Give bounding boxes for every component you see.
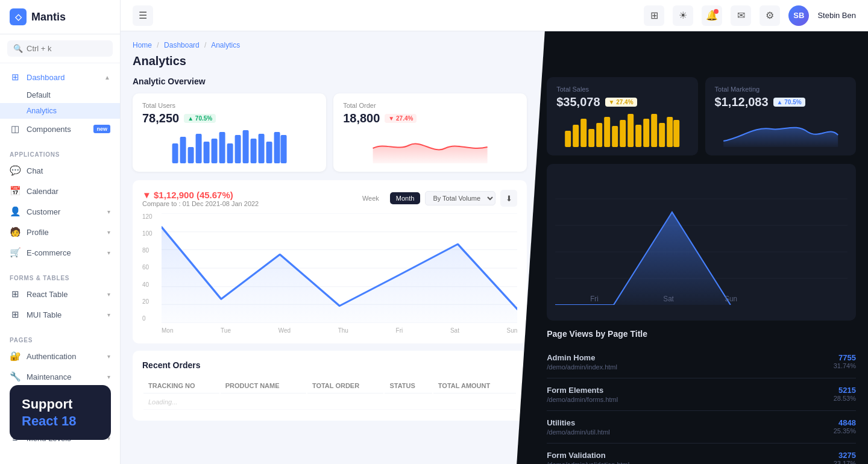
orders-col-tracking: TRACKING NO — [143, 378, 219, 393]
page-view-item-1: Form Elements /demo/admin/forms.html 521… — [547, 378, 856, 411]
search-input[interactable] — [27, 44, 107, 53]
y-label-0: 0 — [142, 315, 159, 322]
apps-button[interactable]: ⊞ — [644, 5, 664, 26]
menu-toggle-button[interactable]: ☰ — [133, 5, 153, 26]
pv-info-1: Form Elements /demo/admin/forms.html — [547, 386, 618, 403]
month-button[interactable]: Month — [390, 192, 421, 204]
stat-label-order: Total Order — [343, 102, 517, 109]
pv-title-2: Utilities — [547, 418, 610, 427]
dashboard-icon: ⊞ — [10, 72, 20, 83]
svg-rect-6 — [219, 132, 225, 163]
y-label-60: 60 — [142, 264, 159, 271]
notifications-button[interactable]: 🔔 — [702, 5, 722, 26]
stat-value-row-marketing: $1,12,083 ▲ 70.5% — [715, 95, 846, 109]
nav-forms-section: Forms & Tables ⊞ React Table ▾ ⊞ MUI Tab… — [0, 266, 120, 328]
theme-icon: ☀ — [679, 10, 687, 21]
settings-icon: ⚙ — [766, 10, 774, 21]
x-label-fri: Fri — [396, 327, 403, 334]
y-label-40: 40 — [142, 281, 159, 288]
pv-url-1: /demo/admin/forms.html — [547, 396, 618, 403]
svg-text:Sat: Sat — [664, 295, 675, 304]
chevron-up-icon: ▲ — [104, 74, 110, 81]
y-label-20: 20 — [142, 298, 159, 305]
avatar[interactable]: SB — [788, 5, 809, 26]
messages-button[interactable]: ✉ — [731, 5, 751, 26]
logo-icon: ◇ — [10, 8, 27, 25]
stat-badge-marketing: ▲ 70.5% — [773, 98, 805, 107]
breadcrumb-sep1: / — [157, 41, 159, 49]
pv-title-3: Form Validation — [547, 451, 629, 460]
topbar-right: ⊞ ☀ 🔔 ✉ ⚙ SB Stebin Ben — [644, 5, 856, 26]
svg-rect-25 — [588, 129, 594, 147]
svg-rect-23 — [573, 125, 579, 147]
chart-svg-area — [162, 213, 517, 323]
svg-rect-2 — [188, 147, 194, 163]
pv-url-2: /demo/admin/util.html — [547, 428, 610, 436]
pv-pct-0: 31.74% — [834, 362, 856, 369]
x-label-thu: Thu — [338, 327, 348, 334]
svg-rect-8 — [235, 135, 241, 163]
orders-table: TRACKING NO PRODUCT NAME TOTAL ORDER STA… — [142, 377, 517, 411]
recent-orders-section: Recent Orders TRACKING NO PRODUCT NAME T… — [133, 351, 527, 421]
svg-text:Fri: Fri — [590, 295, 599, 304]
x-label-sat: Sat — [450, 327, 459, 334]
stat-value-marketing: $1,12,083 — [715, 95, 769, 109]
marketing-area-chart — [715, 114, 846, 147]
dark-income-chart: Fri Sat Sun — [547, 164, 856, 321]
week-button[interactable]: Week — [356, 192, 385, 204]
stat-card-sales: Total Sales $35,078 ▼ 27.4% — [547, 77, 697, 155]
settings-button[interactable]: ⚙ — [760, 5, 780, 26]
sidebar-item-authentication[interactable]: 🔐 Authentication ▾ — [0, 346, 120, 366]
download-button[interactable]: ⬇ — [500, 190, 517, 207]
svg-rect-12 — [266, 142, 272, 163]
notification-badge — [714, 9, 719, 14]
page-views-section: Page Views by Page Title Admin Home /dem… — [547, 329, 856, 464]
sidebar-item-default[interactable]: Default — [0, 87, 120, 103]
nav-pages-section: Pages 🔐 Authentication ▾ 🔧 Maintenance ▾ — [0, 328, 120, 390]
sidebar-item-react-table[interactable]: ⊞ React Table ▾ — [0, 284, 120, 304]
pv-count-1: 5215 — [834, 386, 856, 395]
sidebar-item-mui-table[interactable]: ⊞ MUI Table ▾ — [0, 304, 120, 325]
sidebar-item-ecommerce[interactable]: 🛒 E-commerce ▾ — [0, 242, 120, 263]
sidebar-item-calendar[interactable]: 📅 Calendar — [0, 181, 120, 201]
search-wrap[interactable]: 🔍 — [7, 40, 113, 57]
svg-rect-27 — [604, 117, 610, 147]
svg-rect-0 — [172, 143, 178, 163]
sidebar-item-dashboard[interactable]: ⊞ Dashboard ▲ — [0, 67, 120, 87]
sidebar-item-default-label: Default — [27, 91, 51, 99]
svg-rect-34 — [659, 123, 665, 147]
page-view-item-0: Admin Home /demo/admin/index.html 7755 3… — [547, 346, 856, 378]
sidebar-item-customer[interactable]: 👤 Customer ▾ — [0, 201, 120, 222]
svg-text:Sun: Sun — [725, 295, 737, 304]
sidebar-item-react-table-label: React Table — [27, 290, 68, 299]
sidebar-item-ecommerce-label: E-commerce — [27, 248, 71, 257]
sidebar-item-customer-label: Customer — [27, 207, 60, 216]
support-popup[interactable]: Support React 18 — [10, 385, 111, 440]
pv-info-2: Utilities /demo/admin/util.html — [547, 418, 610, 436]
svg-rect-22 — [565, 131, 571, 147]
pv-info-3: Form Validation /demo/admin/validation.h… — [547, 451, 629, 464]
sidebar-item-chat[interactable]: 💬 Chat — [0, 160, 120, 181]
support-popup-line1: Support — [22, 396, 99, 413]
sidebar-item-analytics-label: Analytics — [27, 107, 57, 115]
svg-rect-26 — [596, 123, 602, 147]
breadcrumb-home: Home — [133, 41, 152, 49]
stat-badge-users: ▲ 70.5% — [184, 114, 216, 123]
sidebar-item-profile[interactable]: 🧑 Profile ▾ — [0, 222, 120, 242]
table-row: Loading... — [143, 395, 516, 410]
chevron-down-icon-3: ▾ — [107, 249, 110, 256]
svg-rect-28 — [612, 126, 618, 147]
breadcrumb: Home / Dashboard / Analytics — [133, 41, 527, 49]
stat-value-sales: $35,078 — [556, 95, 600, 109]
sidebar-item-components[interactable]: ◫ Components new — [0, 119, 120, 139]
volume-select[interactable]: By Total Volume — [425, 191, 495, 205]
stat-label-users: Total Users — [142, 102, 316, 109]
y-label-120: 120 — [142, 213, 159, 220]
pv-stats-0: 7755 31.74% — [834, 353, 856, 369]
x-label-wed: Wed — [278, 327, 291, 334]
stat-card-marketing: Total Marketing $1,12,083 ▲ 70.5% — [705, 77, 856, 155]
sidebar-item-maintenance[interactable]: 🔧 Maintenance ▾ — [0, 366, 120, 387]
sidebar-item-analytics[interactable]: Analytics — [0, 103, 120, 119]
theme-toggle-button[interactable]: ☀ — [673, 5, 693, 26]
stat-value-users: 78,250 — [142, 111, 179, 125]
